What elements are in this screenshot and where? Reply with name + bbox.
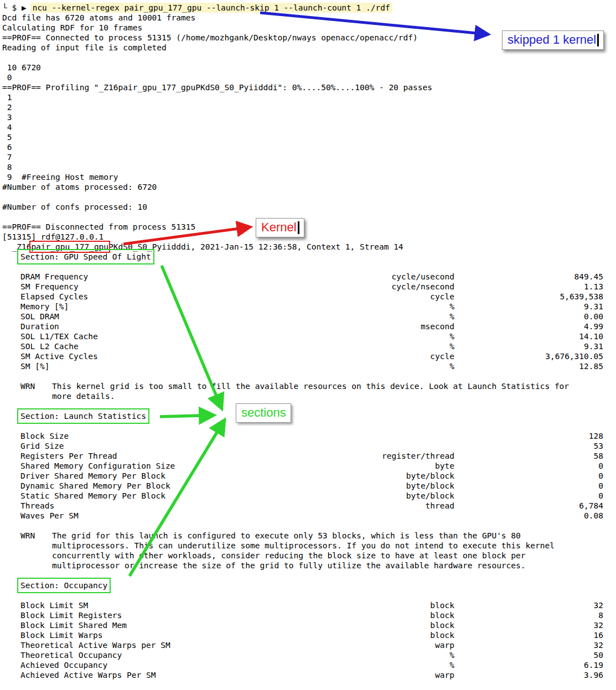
table-row: Block Limit SMblock32	[20, 600, 603, 610]
table-separator	[20, 590, 603, 600]
metric-unit: block	[371, 630, 454, 640]
metric-value: 9.31	[462, 302, 603, 312]
occupancy-table: Block Limit SMblock32Block Limit Registe…	[20, 590, 603, 690]
metric-value: 5,639,538	[462, 292, 603, 302]
metric-name: Elapsed Cycles	[20, 292, 364, 302]
metric-name: Memory [%]	[20, 302, 364, 312]
table-separator	[20, 262, 603, 272]
table-row: Driver Shared Memory Per Blockbyte/block…	[20, 471, 603, 481]
table-row: Waves Per SM0.08	[20, 511, 603, 521]
kernel-annotation[interactable]: Kernel	[256, 218, 304, 237]
table-row: SOL DRAM%0.00	[20, 312, 603, 321]
metric-unit: %	[371, 650, 454, 660]
metric-value: 53	[462, 441, 603, 451]
shell-prompt: └ $ ▶	[2, 3, 27, 12]
metric-name: Static Shared Memory Per Block	[20, 491, 364, 501]
sections-label: sections	[241, 406, 286, 419]
kernel-line-prefix: _Z16	[2, 242, 31, 251]
command-text: ncu --kernel-regex pair_gpu_177_gpu --la…	[30, 3, 392, 13]
metric-name: Achieved Active Warps Per SM	[20, 670, 364, 680]
metric-unit: %	[371, 331, 454, 341]
metric-name: Registers Per Thread	[20, 451, 364, 461]
metric-name: SM Active Cycles	[20, 351, 364, 361]
sections-annotation[interactable]: sections	[236, 403, 291, 423]
table-row: Block Limit Warpsblock16	[20, 630, 603, 640]
metric-value: 32	[462, 640, 603, 650]
metric-unit: cycle/usecond	[371, 272, 454, 282]
table-row: Elapsed Cyclescycle5,639,538	[20, 292, 603, 302]
table-row: SOL L1/TEX Cache%14.10	[20, 331, 603, 341]
metric-unit: %	[371, 660, 454, 670]
table-row: SOL L2 Cache%9.31	[20, 341, 603, 351]
table-row: Theoretical Active Warps per SMwarp32	[20, 640, 603, 650]
warning-text: The grid for this launch is configured t…	[52, 531, 614, 570]
launch-table: Block Size128Grid Size53Registers Per Th…	[20, 421, 603, 531]
section-header-launch: Section: Launch Statistics	[20, 411, 614, 421]
metric-name: SM [%]	[20, 361, 364, 371]
kernel-name-highlight: pair_gpu_177_gpu	[31, 242, 108, 251]
metric-value: 50	[462, 650, 603, 660]
table-row: Theoretical Occupancy%50	[20, 650, 603, 660]
metric-name: Dynamic Shared Memory Per Block	[20, 481, 364, 491]
metric-name: Block Limit SM	[20, 600, 364, 610]
metric-unit: %	[371, 312, 454, 321]
table-row: Achieved Active Warps Per SMwarp3.96	[20, 670, 603, 680]
metric-unit: cycle	[371, 292, 454, 302]
table-separator	[20, 680, 603, 690]
table-row: Dynamic Shared Memory Per Blockbyte/bloc…	[20, 481, 603, 491]
metric-value: 1.13	[462, 282, 603, 292]
metric-unit: %	[371, 302, 454, 312]
section-title-launch: Section: Launch Statistics	[20, 412, 146, 421]
table-separator	[20, 521, 603, 531]
skipped-kernel-label: skipped 1 kernel	[508, 33, 596, 46]
table-separator	[20, 421, 603, 431]
occupancy-table-rows: Block Limit SMblock32Block Limit Registe…	[20, 600, 603, 680]
metric-value: 0.00	[462, 312, 603, 321]
table-row: Threadsthread6,784	[20, 501, 603, 511]
metric-unit	[371, 431, 454, 441]
table-row: Grid Size53	[20, 441, 603, 451]
kernel-label: Kernel	[261, 220, 297, 234]
table-row: SM Frequencycycle/nsecond1.13	[20, 282, 603, 292]
metric-value: 0	[462, 491, 603, 501]
metric-name: SM Frequency	[20, 282, 364, 292]
kernel-line-suffix: PKdS0_S0_Pyiidddi, 2021-Jan-15 12:36:58,…	[108, 242, 403, 251]
metric-value: 849.45	[462, 272, 603, 282]
skipped-kernel-annotation[interactable]: skipped 1 kernel	[502, 30, 604, 50]
metric-name: Theoretical Occupancy	[20, 650, 364, 660]
metric-unit: thread	[371, 501, 454, 511]
metric-value: 0	[462, 471, 603, 481]
table-row: SM [%]%12.85	[20, 361, 603, 371]
metric-value: 6,784	[462, 501, 603, 511]
warning-tag: WRN	[20, 381, 52, 401]
metric-unit: byte/block	[371, 491, 454, 501]
metric-name: Block Limit Registers	[20, 610, 364, 620]
table-row: SM Active Cyclescycle3,676,310.05	[20, 351, 603, 361]
metric-unit: %	[371, 341, 454, 351]
metric-name: Theoretical Active Warps per SM	[20, 640, 364, 650]
metric-unit: cycle	[371, 351, 454, 361]
metric-value: 3,676,310.05	[462, 351, 603, 361]
metric-unit: block	[371, 600, 454, 610]
metric-value: 0	[462, 481, 603, 491]
sol-table-rows: DRAM Frequencycycle/usecond849.45SM Freq…	[20, 272, 603, 371]
metric-unit: %	[371, 361, 454, 371]
metric-unit: warp	[371, 670, 454, 680]
metric-value: 58	[462, 451, 603, 461]
metric-name: Waves Per SM	[20, 511, 364, 521]
metric-name: Block Limit Shared Mem	[20, 620, 364, 630]
metric-unit: byte/block	[371, 471, 454, 481]
metric-unit	[371, 441, 454, 451]
metric-value: 8	[462, 610, 603, 620]
metric-name: SOL DRAM	[20, 312, 364, 321]
warning-tag: WRN	[20, 531, 52, 570]
metric-unit: block	[371, 610, 454, 620]
metric-name: Driver Shared Memory Per Block	[20, 471, 364, 481]
metric-unit: cycle/nsecond	[371, 282, 454, 292]
command-line: └ $ ▶ncu --kernel-regex pair_gpu_177_gpu…	[2, 3, 614, 13]
metric-name: Block Size	[20, 431, 364, 441]
table-row: Block Size128	[20, 431, 603, 441]
terminal-window[interactable]: └ $ ▶ncu --kernel-regex pair_gpu_177_gpu…	[2, 3, 614, 690]
metric-name: SOL L2 Cache	[20, 341, 364, 351]
text-cursor	[597, 34, 599, 46]
